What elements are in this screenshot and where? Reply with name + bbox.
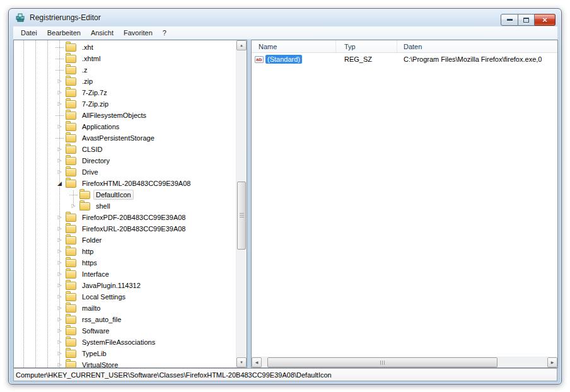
tree-item[interactable]: ▷ TypeLib [14, 348, 236, 359]
expander-icon[interactable]: ▷ [55, 89, 64, 96]
expander-icon[interactable]: ▷ [55, 339, 64, 345]
menu-item[interactable]: Bearbeiten [42, 27, 86, 38]
tree-item-label: Applications [79, 122, 122, 132]
tree-item[interactable]: .z [14, 64, 236, 76]
column-header[interactable]: Name [252, 40, 336, 52]
expander-icon[interactable]: ▷ [55, 350, 64, 357]
menu-item[interactable]: Ansicht [86, 27, 119, 38]
tree-item[interactable]: ▷ JavaPlugin.114312 [14, 280, 236, 291]
tree-item[interactable]: ▷ FirefoxURL-20B483CC99E39A08 [14, 223, 236, 234]
registry-key-folder-icon [66, 316, 76, 324]
tree-item[interactable]: ▷ Interface [14, 268, 236, 280]
registry-key-folder-icon [66, 168, 76, 176]
expander-icon[interactable]: ▷ [55, 101, 64, 107]
expander-icon[interactable]: ▷ [69, 203, 78, 209]
tree-item[interactable]: .xht [14, 42, 236, 53]
registry-tree-pane: .xht .xhtml .z ▷ [13, 40, 247, 368]
registry-key-folder-icon [66, 214, 76, 222]
tree-item[interactable]: ▷ SystemFileAssociations [14, 337, 236, 348]
tree-item[interactable]: AllFilesystemObjects [14, 110, 236, 121]
tree-item[interactable]: ▷ http [14, 246, 236, 257]
scrollbar-grip [240, 213, 244, 218]
registry-key-folder-icon [66, 304, 76, 313]
tree-item[interactable]: ▷ rss_auto_file [14, 314, 236, 325]
scroll-left-button[interactable]: ◀ [252, 357, 262, 367]
tree-connector [55, 59, 64, 59]
menu-item[interactable]: Datei [16, 27, 42, 38]
registry-key-folder-icon [66, 327, 76, 335]
tree-item-label: FirefoxURL-20B483CC99E39A08 [79, 224, 188, 234]
list-horizontal-scrollbar[interactable]: ◀ ▶ [252, 357, 557, 367]
expander-icon[interactable]: ▷ [55, 158, 64, 164]
tree-connector [69, 195, 78, 195]
expander-icon[interactable]: ▷ [55, 237, 64, 243]
expander-icon[interactable]: ▷ [55, 271, 64, 277]
registry-value-row[interactable]: ab (Standard) REG_SZ C:\Program Files\Mo… [252, 54, 557, 65]
tree-item-label: .z [79, 65, 90, 75]
expander-icon[interactable]: ▷ [55, 78, 64, 84]
expander-icon[interactable]: ▷ [55, 124, 64, 130]
tree-item[interactable]: AvastPersistentStorage [14, 132, 236, 144]
column-header[interactable]: Daten [397, 40, 557, 52]
expander-icon[interactable]: ▷ [55, 260, 64, 266]
expander-icon[interactable]: ▷ [55, 226, 64, 232]
tree-item[interactable]: DefaultIcon [14, 189, 236, 200]
tree-item-label: AvastPersistentStorage [79, 133, 157, 143]
scroll-right-button[interactable]: ▶ [547, 357, 557, 367]
titlebar[interactable]: Registrierungs-Editor × [9, 9, 561, 26]
expander-icon[interactable]: ▷ [55, 316, 64, 323]
value-name-cell[interactable]: ab (Standard) [252, 55, 336, 64]
expander-icon[interactable]: ◢ [55, 180, 64, 187]
arrow-up-icon: ▲ [240, 43, 243, 47]
tree-vertical-scrollbar[interactable]: ▲ ▼ [236, 40, 247, 367]
tree-item[interactable]: ▷ Software [14, 325, 236, 337]
tree-item[interactable]: ▷ Local Settings [14, 291, 236, 303]
tree-item[interactable]: ▷ 7-Zip.zip [14, 98, 236, 110]
column-header[interactable]: Typ [336, 40, 397, 52]
expander-icon[interactable]: ▷ [55, 146, 64, 153]
tree-item[interactable]: ▷ Directory [14, 155, 236, 166]
tree-item[interactable]: ▷ https [14, 257, 236, 268]
maximize-button[interactable] [518, 14, 535, 26]
expander-icon[interactable]: ▷ [55, 282, 64, 289]
expander-icon[interactable]: ▷ [55, 362, 64, 367]
tree-item[interactable]: ▷ Drive [14, 166, 236, 178]
tree-item[interactable]: ▷ Folder [14, 234, 236, 246]
tree-item[interactable]: ◢ FirefoxHTML-20B483CC99E39A08 [14, 178, 236, 189]
registry-key-folder-icon [66, 350, 76, 358]
expander-icon[interactable]: ▷ [55, 248, 64, 255]
tree-item[interactable]: ▷ 7-Zip.7z [14, 87, 236, 98]
tree-item-label: Folder [79, 235, 104, 245]
vertical-scrollbar-thumb[interactable] [237, 182, 246, 250]
expander-icon[interactable]: ▷ [55, 328, 64, 334]
tree-item[interactable]: ▷ mailto [14, 303, 236, 314]
registry-key-folder-icon [66, 146, 76, 154]
tree-item-label: FirefoxPDF-20B483CC99E39A08 [79, 212, 188, 222]
registry-key-folder-icon [66, 338, 76, 347]
tree-item[interactable]: ▷ CLSID [14, 144, 236, 155]
expander-icon[interactable]: ▷ [55, 305, 64, 311]
tree-item[interactable]: ▷ .zip [14, 76, 236, 87]
expander-icon[interactable]: ▷ [55, 169, 64, 175]
expander-icon[interactable]: ▷ [55, 294, 64, 300]
menu-item[interactable]: ? [158, 27, 172, 38]
registry-key-folder-icon [66, 78, 76, 86]
minimize-icon [507, 19, 513, 21]
close-button[interactable]: × [535, 14, 555, 26]
tree-item[interactable]: ▷ VirtualStore [14, 359, 236, 367]
menu-item[interactable]: Favoriten [119, 27, 158, 38]
tree-item[interactable]: ▷ FirefoxPDF-20B483CC99E39A08 [14, 212, 236, 223]
tree-item[interactable]: ▷ Applications [14, 121, 236, 132]
tree-item-label: FirefoxHTML-20B483CC99E39A08 [79, 178, 193, 188]
scroll-down-button[interactable]: ▼ [236, 357, 247, 367]
tree-item[interactable]: ▷ shell [14, 200, 236, 212]
tree-items: .xht .xhtml .z ▷ [14, 40, 236, 367]
horizontal-scrollbar-thumb[interactable] [267, 357, 497, 367]
expander-icon[interactable]: ▷ [55, 214, 64, 221]
registry-key-folder-icon [66, 293, 76, 301]
scroll-up-button[interactable]: ▲ [236, 40, 247, 50]
tree-item[interactable]: .xhtml [14, 53, 236, 64]
minimize-button[interactable] [501, 14, 518, 26]
registry-key-folder-icon [66, 134, 76, 142]
registry-key-folder-icon [66, 236, 76, 245]
